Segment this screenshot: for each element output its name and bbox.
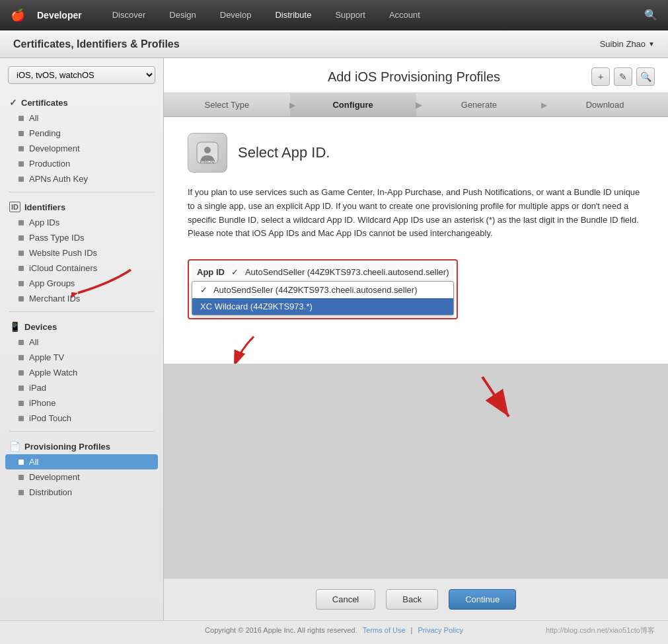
sidebar-item-devices-appletv[interactable]: Apple TV	[0, 350, 163, 365]
back-button[interactable]: Back	[386, 589, 438, 610]
bullet-icon	[19, 460, 24, 465]
bullet-icon	[19, 355, 24, 360]
bullet-icon	[19, 416, 24, 421]
apple-logo-icon[interactable]: 🍎	[11, 8, 25, 22]
sidebar-item-profiles-all[interactable]: All	[5, 454, 158, 469]
app-id-option-autosend[interactable]: ✓ AutoSendSeller (44Z9KTS973.cheeli.auto…	[192, 282, 453, 298]
description-text: If you plan to use services such as Game…	[188, 186, 644, 241]
bullet-icon	[19, 281, 24, 286]
sidebar-item-devices-iphone[interactable]: iPhone	[0, 395, 163, 411]
footer-separator: |	[411, 626, 413, 634]
step-configure[interactable]: Configure	[290, 93, 416, 116]
section-certificates-label: Certificates	[21, 98, 68, 108]
app-id-selected-value: AutoSendSeller (44Z9KTS973.cheeli.autose…	[245, 267, 449, 277]
sidebar-item-devices-all[interactable]: All	[0, 335, 163, 350]
prov-header: PROV Select App ID.	[188, 133, 644, 173]
nav-account[interactable]: Account	[377, 0, 432, 30]
edit-button[interactable]: ✎	[614, 67, 632, 86]
sidebar-item-icloud-containers[interactable]: iCloud Containers	[0, 261, 163, 276]
bottom-buttons: Cancel Back Continue	[164, 578, 668, 620]
section-provisioning-label: Provisioning Profiles	[24, 442, 110, 452]
sidebar: iOS, tvOS, watchOS macOS ✓ Certificates …	[0, 58, 164, 620]
platform-dropdown[interactable]: iOS, tvOS, watchOS macOS	[8, 66, 155, 84]
bullet-icon	[19, 220, 24, 225]
steps-bar: Select Type Configure Generate Download	[164, 93, 668, 117]
step-generate[interactable]: Generate	[416, 93, 542, 116]
sidebar-item-devices-applewatch[interactable]: Apple Watch	[0, 365, 163, 380]
content-body: PROV Select App ID. If you plan to use s…	[164, 117, 668, 364]
cancel-button[interactable]: Cancel	[316, 589, 375, 610]
nav-discover[interactable]: Discover	[100, 0, 158, 30]
platform-select[interactable]: iOS, tvOS, watchOS macOS	[8, 66, 155, 84]
sidebar-item-app-groups[interactable]: App Groups	[0, 276, 163, 291]
brand-label: Developer	[37, 10, 82, 20]
search-button[interactable]: 🔍	[636, 67, 655, 86]
step-download[interactable]: Download	[542, 93, 668, 116]
app-id-row: App ID ✓ AutoSendSeller (44Z9KTS973.chee…	[192, 263, 454, 281]
bullet-icon	[19, 385, 24, 391]
bullet-icon	[19, 177, 24, 182]
sidebar-item-cert-apns[interactable]: APNs Auth Key	[0, 171, 163, 186]
section-devices: 📱 Devices	[0, 317, 163, 335]
annotation-arrow-svg	[227, 330, 280, 363]
nav-support[interactable]: Support	[323, 0, 377, 30]
continue-arrow-svg	[469, 370, 522, 423]
sidebar-item-cert-production[interactable]: Production	[0, 156, 163, 171]
sidebar-item-cert-pending[interactable]: Pending	[0, 126, 163, 141]
search-icon[interactable]: 🔍	[644, 9, 657, 21]
certificate-icon: ✓	[9, 97, 17, 108]
bullet-icon	[19, 296, 24, 302]
sub-header: Certificates, Identifiers & Profiles Sui…	[0, 30, 668, 58]
step-select-type[interactable]: Select Type	[164, 93, 290, 116]
continue-button[interactable]: Continue	[449, 589, 516, 610]
section-certificates: ✓ Certificates	[0, 93, 163, 110]
sidebar-item-app-ids[interactable]: App IDs	[0, 215, 163, 230]
page-title: Certificates, Identifiers & Profiles	[13, 38, 180, 50]
svg-text:PROV: PROV	[200, 159, 215, 165]
nav-links: Discover Design Develop Distribute Suppo…	[100, 0, 644, 30]
user-name: Suibin Zhao	[600, 39, 646, 49]
section-identifiers: ID Identifiers	[0, 198, 163, 215]
sidebar-item-merchant-ids[interactable]: Merchant IDs	[0, 291, 163, 306]
nav-distribute[interactable]: Distribute	[263, 0, 323, 30]
bullet-icon	[19, 235, 24, 241]
bullet-icon	[19, 475, 24, 480]
checkmark-icon: ✓	[200, 285, 207, 295]
add-button[interactable]: +	[591, 67, 610, 86]
footer-terms-link[interactable]: Terms of Use	[363, 626, 406, 634]
profile-icon: 📄	[9, 441, 20, 452]
bullet-icon	[19, 116, 24, 121]
sidebar-item-devices-ipodtouch[interactable]: iPod Touch	[0, 411, 163, 426]
sidebar-item-profiles-distribution[interactable]: Distribution	[0, 485, 163, 500]
sidebar-item-website-push-ids[interactable]: Website Push IDs	[0, 245, 163, 261]
bullet-icon	[19, 251, 24, 256]
bullet-icon	[19, 490, 24, 495]
bullet-icon	[19, 161, 24, 167]
section-identifiers-label: Identifiers	[24, 202, 65, 212]
app-id-checkmark-icon: ✓	[231, 267, 239, 277]
sidebar-item-devices-ipad[interactable]: iPad	[0, 380, 163, 395]
app-id-dropdown-list[interactable]: ✓ AutoSendSeller (44Z9KTS973.cheeli.auto…	[192, 281, 454, 315]
user-menu[interactable]: Suibin Zhao ▼	[600, 39, 655, 49]
id-icon: ID	[9, 202, 20, 212]
app-id-dropdown-container: App ID ✓ AutoSendSeller (44Z9KTS973.chee…	[188, 259, 458, 319]
sidebar-item-profiles-development[interactable]: Development	[0, 469, 163, 485]
nav-design[interactable]: Design	[157, 0, 207, 30]
top-nav: 🍎 Developer Discover Design Develop Dist…	[0, 0, 668, 30]
app-id-area: App ID ✓ AutoSendSeller (44Z9KTS973.chee…	[188, 259, 644, 363]
sidebar-item-pass-type-ids[interactable]: Pass Type IDs	[0, 230, 163, 245]
prov-icon: PROV	[188, 133, 227, 173]
prov-section-title: Select App ID.	[238, 144, 330, 161]
sidebar-item-cert-all[interactable]: All	[0, 110, 163, 126]
content-area: Add iOS Provisioning Profiles + ✎ 🔍 Sele…	[164, 58, 668, 620]
gray-overlay	[164, 364, 668, 579]
divider-3	[9, 431, 154, 432]
app-id-option-wildcard[interactable]: XC Wildcard (44Z9KTS973.*)	[192, 298, 453, 315]
divider-1	[9, 192, 154, 192]
sidebar-item-cert-development[interactable]: Development	[0, 141, 163, 156]
bullet-icon	[19, 370, 24, 376]
device-icon: 📱	[9, 321, 20, 332]
nav-develop[interactable]: Develop	[208, 0, 264, 30]
bullet-icon	[19, 131, 24, 136]
footer-privacy-link[interactable]: Privacy Policy	[418, 626, 463, 634]
